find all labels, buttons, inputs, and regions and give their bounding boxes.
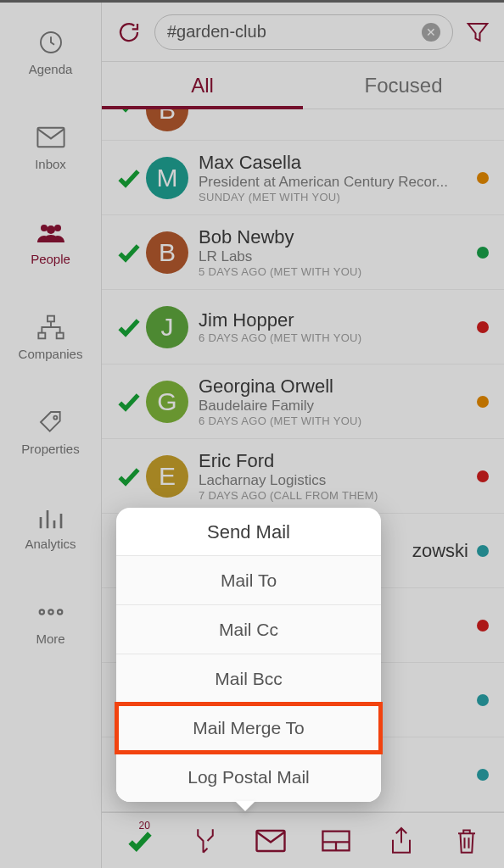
popup-title: Send Mail [116, 508, 381, 556]
popup-item-mail-bcc[interactable]: Mail Bcc [116, 654, 381, 704]
send-mail-popup: Send Mail Mail To Mail Cc Mail Bcc Mail … [116, 508, 381, 802]
app-root: Agenda Inbox People Companies Properties [0, 0, 504, 868]
popup-item-mail-cc[interactable]: Mail Cc [116, 605, 381, 654]
popup-item-label: Mail Cc [219, 620, 278, 640]
popup-item-label: Mail Merge To [193, 718, 305, 738]
popup-item-label: Mail To [221, 570, 277, 591]
popup-item-mail-merge-to[interactable]: Mail Merge To [116, 704, 381, 753]
popup-item-mail-to[interactable]: Mail To [116, 556, 381, 605]
popup-item-log-postal-mail[interactable]: Log Postal Mail [116, 753, 381, 802]
popup-item-label: Mail Bcc [215, 669, 282, 689]
popup-item-label: Log Postal Mail [188, 767, 310, 787]
